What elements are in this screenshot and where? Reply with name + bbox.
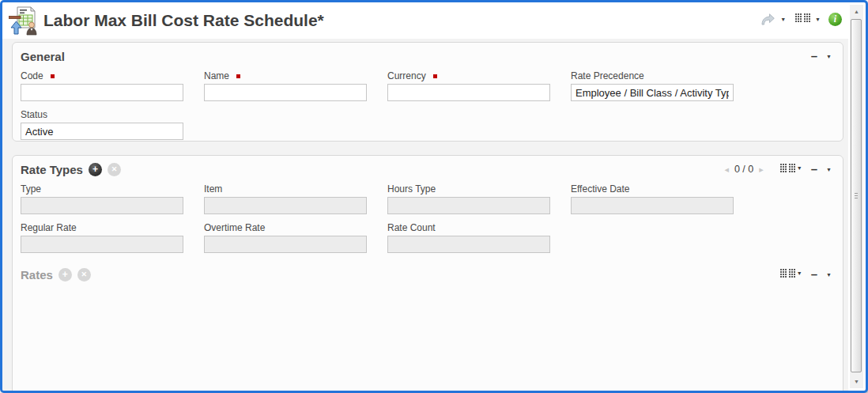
rate-types-section-title: Rate Types: [21, 163, 83, 176]
code-input[interactable]: [21, 84, 183, 101]
regular-rate-field-group: Regular Rate: [21, 222, 183, 253]
required-indicator: [236, 74, 240, 78]
titlebar: Labor Max Bill Cost Rate Schedule* ▼: [2, 2, 848, 39]
hours-type-label: Hours Type: [387, 183, 436, 195]
scroll-up-icon[interactable]: ▲: [850, 6, 863, 17]
regular-rate-label: Regular Rate: [21, 222, 77, 233]
rate-types-menu-caret-icon[interactable]: ▼: [825, 165, 833, 174]
content-area: General – ▼ Code Name Currency: [2, 39, 848, 391]
rate-types-add-button[interactable]: +: [89, 163, 102, 176]
required-indicator: [433, 74, 437, 78]
name-field-group: Name: [204, 70, 367, 101]
status-field-group: Status: [21, 109, 183, 140]
general-section-title: General: [21, 50, 65, 63]
type-label: Type: [21, 183, 41, 195]
currency-label: Currency: [387, 70, 426, 81]
type-field-group: Type: [21, 183, 183, 214]
rate-types-delete-button: ✕: [108, 163, 121, 176]
rates-column-options-button[interactable]: ▼: [780, 269, 804, 280]
record-counter: 0 / 0: [734, 164, 753, 175]
header-column-options-caret-icon[interactable]: ▼: [813, 15, 822, 24]
code-label: Code: [21, 70, 43, 81]
status-label: Status: [21, 109, 47, 120]
effective-date-field-group: Effective Date: [571, 183, 734, 214]
type-input: [21, 197, 183, 214]
currency-input[interactable]: [387, 84, 550, 101]
hours-type-input: [387, 197, 550, 214]
rate-types-column-options-button[interactable]: ▼: [780, 164, 804, 175]
status-input[interactable]: [21, 123, 183, 140]
regular-rate-input: [21, 236, 183, 253]
code-field-group: Code: [21, 70, 183, 101]
general-menu-caret-icon[interactable]: ▼: [825, 52, 833, 61]
general-section: General – ▼ Code Name Currency: [12, 42, 843, 142]
workflow-actions-caret-icon[interactable]: ▼: [779, 15, 787, 24]
effective-date-input: [571, 197, 734, 214]
hours-type-field-group: Hours Type: [387, 183, 550, 214]
name-input[interactable]: [204, 84, 367, 101]
rates-column-caret-icon[interactable]: ▼: [795, 269, 804, 278]
rate-types-collapse-button[interactable]: –: [811, 164, 817, 174]
overtime-rate-input: [204, 236, 367, 253]
overtime-rate-field-group: Overtime Rate: [204, 222, 367, 253]
column-grid-icon: [780, 269, 795, 280]
rates-menu-caret-icon[interactable]: ▼: [825, 270, 833, 279]
page-title: Labor Max Bill Cost Rate Schedule*: [43, 2, 324, 39]
rate-precedence-label: Rate Precedence: [571, 70, 644, 81]
name-label: Name: [204, 70, 229, 81]
labor-rate-schedule-icon: [9, 6, 39, 36]
rate-precedence-field-group: Rate Precedence: [571, 70, 734, 101]
rates-section: Rates + ✕: [13, 261, 843, 286]
rate-count-field-group: Rate Count: [387, 222, 550, 253]
general-collapse-button[interactable]: –: [811, 51, 817, 61]
rate-precedence-input[interactable]: [571, 84, 734, 101]
header-column-options-button[interactable]: [795, 13, 810, 25]
rates-delete-button: ✕: [77, 268, 91, 282]
rate-count-input: [387, 236, 550, 253]
prev-record-icon[interactable]: ◂: [724, 164, 729, 175]
rates-section-title: Rates: [21, 268, 53, 282]
scrollbar-thumb[interactable]: [851, 19, 862, 372]
required-indicator: [51, 74, 55, 78]
rate-count-label: Rate Count: [387, 222, 436, 233]
column-grid-icon: [780, 164, 795, 175]
rate-types-column-caret-icon[interactable]: ▼: [795, 164, 804, 172]
vertical-scrollbar[interactable]: ▲ ▼: [850, 5, 863, 388]
overtime-rate-label: Overtime Rate: [204, 222, 265, 233]
next-record-icon[interactable]: ▸: [759, 164, 764, 175]
rates-add-button: +: [58, 268, 72, 282]
info-icon[interactable]: i: [828, 13, 842, 26]
record-window: Labor Max Bill Cost Rate Schedule* ▼: [0, 0, 868, 393]
rates-collapse-button[interactable]: –: [811, 270, 817, 279]
column-grid-icon: [795, 13, 810, 25]
scroll-down-icon[interactable]: ▼: [850, 376, 863, 387]
currency-field-group: Currency: [387, 70, 550, 101]
workflow-actions-icon[interactable]: [760, 12, 776, 26]
effective-date-label: Effective Date: [571, 183, 629, 195]
item-field-group: Item: [204, 183, 367, 214]
item-input: [204, 197, 367, 214]
rate-types-section: Rate Types + ✕ ◂ 0 / 0 ▸: [12, 155, 843, 393]
item-label: Item: [204, 183, 222, 195]
